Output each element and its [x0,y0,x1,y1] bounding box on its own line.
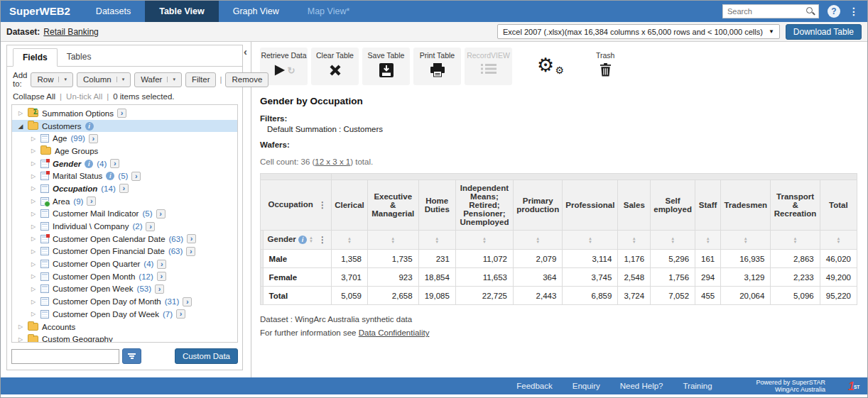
expand-caret-icon[interactable]: ▷ [30,148,37,154]
sort-control[interactable]: ▲▼ [588,237,592,243]
tree-item-age[interactable]: ▷Age(99)› [12,132,237,145]
tree-item-individual-company[interactable]: ▷Individual \ Company(2)› [12,220,237,233]
untick-all-link[interactable]: Un-tick All [66,92,102,101]
row-label-female[interactable]: Female [263,268,331,287]
menu-kebab-icon[interactable]: ⋮ [849,6,859,17]
field-detail-arrow-icon[interactable]: › [155,284,164,294]
expand-caret-icon[interactable]: ▷ [30,198,37,204]
field-detail-arrow-icon[interactable]: › [157,260,166,269]
footer-link-feedback[interactable]: Feedback [516,382,553,390]
column-header-professional[interactable]: Professional [563,180,618,231]
column-header-total[interactable]: Total [820,180,857,231]
collapse-sidebar-icon[interactable]: ‹ [244,48,247,56]
sort-control[interactable]: ▲▼ [482,237,487,243]
sort-control[interactable]: ▲▼ [309,236,313,243]
row-label-male[interactable]: Male [263,250,331,268]
info-icon[interactable]: i [106,172,114,180]
custom-data-button[interactable]: Custom Data [175,348,238,364]
tab-fields[interactable]: Fields [13,48,58,67]
tree-item-accounts[interactable]: ▷Accounts [12,321,237,333]
export-format-select[interactable]: Excel 2007 (.xlsx)(max 16,384 columns x … [497,24,780,39]
expand-caret-icon[interactable]: ▷ [17,324,24,330]
sort-control[interactable]: ▲▼ [435,237,439,243]
add-to-filter-button[interactable]: Filter [185,72,217,87]
expand-caret-icon[interactable]: ◢ [17,123,24,130]
column-header-independent-means-retired-pensioner-unemployed[interactable]: Independent Means; Retired; Pensioner; U… [455,180,513,231]
field-detail-arrow-icon[interactable]: › [176,309,185,319]
tree-filter-button[interactable] [122,348,141,364]
expand-caret-icon[interactable]: ▷ [30,223,37,230]
column-header-home-duties[interactable]: Home Duties [418,180,455,231]
field-detail-arrow-icon[interactable]: › [117,109,126,118]
column-header-staff[interactable]: Staff [695,180,721,231]
add-to-row-button[interactable]: Row▾ [31,72,73,87]
expand-caret-icon[interactable]: ▷ [30,211,37,217]
sort-control[interactable]: ▲▼ [836,237,840,243]
expand-caret-icon[interactable]: ▷ [30,248,37,255]
print-table-button[interactable]: Print Table [413,48,461,85]
chevron-down-icon[interactable]: ▾ [167,77,175,82]
field-detail-arrow-icon[interactable]: › [87,197,96,206]
save-table-button[interactable]: Save Table [362,48,410,85]
tree-item-marital-status[interactable]: ▷Marital Statusi(5)› [12,170,237,182]
tree-item-customer-open-day-of-month[interactable]: ▷Customer Open Day of Month(31)› [12,295,237,308]
tree-item-customer-open-day-of-week[interactable]: ▷Customer Open Day of Week(7)› [12,308,237,321]
search-icon[interactable] [805,6,815,16]
collapse-all-link[interactable]: Collapse All [13,92,55,101]
cell-menu-kebab-icon[interactable]: ⋮ [318,235,327,245]
column-header-self-employed[interactable]: Self employed [651,180,695,231]
expand-caret-icon[interactable]: ▷ [30,236,37,242]
expand-caret-icon[interactable]: ▷ [30,136,37,142]
dataset-name-link[interactable]: Retail Banking [43,27,98,37]
column-header-clerical[interactable]: Clerical [331,180,367,231]
field-detail-arrow-icon[interactable]: › [183,297,192,306]
field-detail-arrow-icon[interactable]: › [186,247,195,256]
info-icon[interactable]: i [298,236,307,244]
search-input[interactable] [723,7,805,16]
sort-control[interactable]: ▲▼ [744,237,748,243]
expand-caret-icon[interactable]: ▷ [30,299,37,305]
sort-control[interactable]: ▲▼ [632,237,636,243]
field-detail-arrow-icon[interactable]: › [156,209,166,219]
tree-item-customer-open-financial-date[interactable]: ▷Customer Open Financial Date(63)› [12,245,237,258]
expand-caret-icon[interactable]: ▷ [30,185,37,192]
sort-control[interactable]: ▲▼ [706,237,710,243]
field-detail-arrow-icon[interactable]: › [131,172,141,181]
nav-tab-map-view[interactable]: Map View* [293,1,364,22]
field-detail-arrow-icon[interactable]: › [146,222,155,231]
sort-control[interactable]: ▲▼ [391,237,395,243]
tab-tables[interactable]: Tables [58,48,101,66]
sort-control[interactable]: ▲▼ [347,237,352,243]
help-icon[interactable]: ? [828,5,840,18]
info-icon[interactable]: i [85,160,93,168]
chevron-down-icon[interactable]: ▾ [116,77,125,82]
row-field-header[interactable]: Gender i▲▼⋮ [263,231,331,250]
sort-control[interactable]: ▲▼ [671,237,675,243]
row-label-total[interactable]: Total [263,287,331,305]
footer-link-enquiry[interactable]: Enquiry [573,382,600,390]
expand-caret-icon[interactable]: ▷ [17,336,24,343]
expand-caret-icon[interactable]: ▷ [30,261,37,267]
column-header-tradesmen[interactable]: Tradesmen [721,180,771,231]
tree-item-customer-open-calendar-date[interactable]: ▷Customer Open Calendar Date(63)› [12,233,237,245]
info-icon[interactable]: i [85,122,94,131]
field-detail-arrow-icon[interactable]: › [119,184,129,193]
expand-caret-icon[interactable]: ▷ [30,173,37,179]
add-to-column-button[interactable]: Column▾ [77,72,131,87]
expand-caret-icon[interactable]: ▷ [30,160,37,167]
field-detail-arrow-icon[interactable]: › [110,159,119,168]
tree-item-summation-options[interactable]: ▷ΣSummation Options› [12,107,237,120]
tree-item-customer-open-week[interactable]: ▷Customer Open Week(53)› [12,283,237,296]
cell-count-link[interactable]: 12 x 3 x 1 [315,157,350,166]
field-detail-arrow-icon[interactable]: › [187,234,196,243]
sort-control[interactable]: ▲▼ [536,237,540,243]
field-detail-arrow-icon[interactable]: › [89,134,98,143]
expand-caret-icon[interactable]: ▷ [30,273,37,280]
tree-item-customer-open-quarter[interactable]: ▷Customer Open Quarter(4)› [12,258,237,270]
chevron-down-icon[interactable]: ▾ [58,77,67,82]
expand-caret-icon[interactable]: ▷ [30,311,37,317]
remove-button[interactable]: Remove [225,72,268,87]
table-options-button[interactable]: ⚙ ⚙ [537,48,568,74]
footer-link-need-help[interactable]: Need Help? [620,382,663,390]
tree-filter-input[interactable] [11,349,119,364]
